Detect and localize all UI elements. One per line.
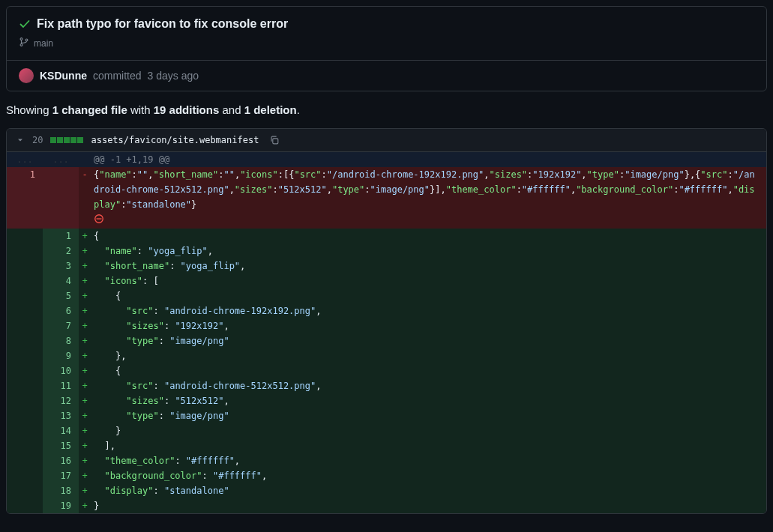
no-newline-row	[7, 212, 766, 229]
summary-additions: 19 additions	[154, 103, 220, 116]
diff-line-addition: 4+ "icons": [	[7, 273, 766, 288]
line-number-new[interactable]: 3	[43, 259, 79, 273]
line-number-new[interactable]: 15	[43, 438, 79, 453]
committed-verb: committed	[93, 70, 142, 82]
line-number-old	[7, 273, 43, 288]
diff-line-addition: 10+ {	[7, 363, 766, 378]
line-number-old	[7, 438, 43, 453]
svg-point-2	[25, 39, 28, 41]
line-number-new	[43, 167, 79, 212]
line-number-new[interactable]: 17	[43, 468, 79, 483]
file-diff: 20 assets/favicon/site.webmanifest .....…	[6, 128, 767, 514]
diff-marker: +	[79, 244, 91, 259]
diff-table: ......@@ -1 +1,19 @@1-{"name":"","short_…	[7, 152, 766, 513]
line-number-new[interactable]: 7	[43, 318, 79, 333]
line-number-new[interactable]: 5	[43, 288, 79, 303]
code-line: }	[91, 498, 766, 513]
commit-header: Fix path typo for favicon to fix console…	[6, 6, 767, 91]
code-line: }	[91, 423, 766, 438]
line-number-old	[7, 378, 43, 393]
line-number-old	[7, 259, 43, 273]
code-line: ],	[91, 438, 766, 453]
line-number-new[interactable]: 14	[43, 423, 79, 438]
line-number-old	[7, 453, 43, 468]
diff-line-addition: 8+ "type": "image/png"	[7, 333, 766, 348]
summary-text: with	[127, 103, 154, 116]
diff-marker: -	[79, 167, 91, 212]
line-number-new[interactable]: 9	[43, 348, 79, 363]
diff-marker: +	[79, 483, 91, 498]
hunk-header-row: ......@@ -1 +1,19 @@	[7, 152, 766, 167]
diff-marker: +	[79, 333, 91, 348]
line-number-old[interactable]: 1	[7, 167, 43, 212]
line-number-old	[7, 423, 43, 438]
line-number-new[interactable]: 1	[43, 229, 79, 244]
code-line: "short_name": "yoga_flip",	[91, 259, 766, 273]
diff-line-addition: 18+ "display": "standalone"	[7, 483, 766, 498]
line-number-new[interactable]: 8	[43, 333, 79, 348]
code-line: "display": "standalone"	[91, 483, 766, 498]
diff-line-deletion: 1-{"name":"","short_name":"","icons":[{"…	[7, 167, 766, 212]
diff-change-count: 20	[32, 135, 43, 145]
line-number-old	[7, 318, 43, 333]
line-number-new[interactable]: 18	[43, 483, 79, 498]
diff-marker: +	[79, 229, 91, 244]
line-number-new	[43, 212, 79, 229]
line-number-new[interactable]: 13	[43, 408, 79, 423]
code-line: "src": "android-chrome-192x192.png",	[91, 303, 766, 318]
diff-line-addition: 15+ ],	[7, 438, 766, 453]
diff-line-addition: 13+ "type": "image/png"	[7, 408, 766, 423]
line-number-new[interactable]: 12	[43, 393, 79, 408]
chevron-down-icon[interactable]	[16, 136, 25, 145]
code-line: {	[91, 288, 766, 303]
commit-relative-time: 3 days ago	[148, 70, 199, 82]
file-header: 20 assets/favicon/site.webmanifest	[7, 129, 766, 152]
avatar[interactable]	[19, 68, 34, 83]
file-path[interactable]: assets/favicon/site.webmanifest	[91, 135, 259, 145]
line-number-new[interactable]: 10	[43, 363, 79, 378]
line-number-new: ...	[43, 152, 79, 167]
line-number-old	[7, 468, 43, 483]
summary-files: 1 changed file	[52, 103, 127, 116]
line-number-old	[7, 333, 43, 348]
diff-line-addition: 6+ "src": "android-chrome-192x192.png",	[7, 303, 766, 318]
line-number-new[interactable]: 11	[43, 378, 79, 393]
code-line: "icons": [	[91, 273, 766, 288]
diff-marker: +	[79, 259, 91, 273]
line-number-old	[7, 303, 43, 318]
line-number-old	[7, 244, 43, 259]
line-number-old: ...	[7, 152, 43, 167]
summary-text: Showing	[6, 103, 52, 116]
code-line: },	[91, 348, 766, 363]
summary-text: .	[297, 103, 300, 116]
branch-row: main	[7, 37, 766, 60]
svg-point-0	[20, 38, 22, 40]
diff-marker: +	[79, 423, 91, 438]
line-number-old	[7, 288, 43, 303]
diff-marker: +	[79, 348, 91, 363]
diff-line-addition: 3+ "short_name": "yoga_flip",	[7, 259, 766, 273]
line-number-new[interactable]: 2	[43, 244, 79, 259]
no-newline-icon	[91, 212, 766, 229]
diff-marker: +	[79, 393, 91, 408]
diff-marker: +	[79, 303, 91, 318]
line-number-new[interactable]: 4	[43, 273, 79, 288]
branch-name[interactable]: main	[34, 38, 53, 49]
diff-marker: +	[79, 498, 91, 513]
diff-marker	[79, 152, 91, 167]
diff-line-addition: 9+ },	[7, 348, 766, 363]
copy-icon[interactable]	[269, 135, 280, 145]
line-number-new[interactable]: 6	[43, 303, 79, 318]
hunk-header: @@ -1 +1,19 @@	[91, 152, 766, 167]
line-number-new[interactable]: 16	[43, 453, 79, 468]
diff-line-addition: 7+ "sizes": "192x192",	[7, 318, 766, 333]
diff-line-addition: 17+ "background_color": "#ffffff",	[7, 468, 766, 483]
commit-title[interactable]: Fix path typo for favicon to fix console…	[37, 17, 288, 31]
author-link[interactable]: KSDunne	[40, 70, 87, 82]
diff-marker: +	[79, 318, 91, 333]
line-number-old	[7, 212, 43, 229]
line-number-old	[7, 483, 43, 498]
diff-line-addition: 1+{	[7, 229, 766, 244]
line-number-new[interactable]: 19	[43, 498, 79, 513]
code-line: "theme_color": "#ffffff",	[91, 453, 766, 468]
